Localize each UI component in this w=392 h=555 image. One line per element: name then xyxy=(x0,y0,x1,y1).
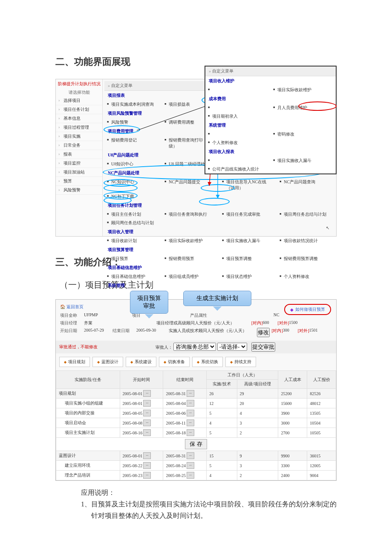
float-menu-item[interactable] xyxy=(205,130,271,139)
date-picker-button[interactable]: ... xyxy=(187,472,194,479)
float-menu-item[interactable] xyxy=(205,104,271,112)
phase-tab-label: 切换准备 xyxy=(168,359,185,365)
sidebar-item[interactable]: 预算 xyxy=(56,177,102,186)
modify-button[interactable]: 修改 xyxy=(257,328,270,337)
submit-audit-button[interactable]: 提交审批 xyxy=(251,342,275,352)
menu-item[interactable]: 项目任务完成审批 xyxy=(219,210,277,219)
sidebar-item[interactable]: 风险预警 xyxy=(56,186,102,195)
menu-item[interactable]: NC知识中心 xyxy=(104,178,162,192)
date-picker-button[interactable]: ... xyxy=(187,400,194,407)
float-menu-item[interactable]: 个人资料修改 xyxy=(205,139,271,147)
value: 1500 xyxy=(289,320,297,326)
value: NC xyxy=(274,312,280,318)
float-menu-item[interactable] xyxy=(205,86,271,94)
audit-person-select[interactable]: -请选择- xyxy=(217,343,247,351)
float-menu-item[interactable]: 密码修改 xyxy=(271,130,336,139)
phase-tab[interactable]: ◆系统建设 xyxy=(126,357,156,367)
menu-item[interactable]: 项目收款情况统计 xyxy=(277,237,334,245)
menu-item[interactable]: 个人资料修改 xyxy=(277,272,334,281)
menu-item[interactable]: 项目预算调整 xyxy=(219,254,277,263)
menu-item[interactable]: 顾问周任务总结与计划 xyxy=(104,219,162,227)
sidebar-item[interactable]: 报表 xyxy=(56,150,102,159)
menu-item[interactable]: 项目任务查询和执行 xyxy=(162,210,219,219)
menu-item[interactable]: NC产品问题提交 xyxy=(162,178,219,192)
phase-tab-label: 系统建设 xyxy=(135,359,152,365)
phase-tab[interactable]: ◆系统切换 xyxy=(192,357,223,367)
date-picker-button[interactable]: ... xyxy=(143,419,151,426)
date-value: 2005-08-22 xyxy=(123,463,143,468)
audit-dept-select[interactable]: 咨询服务总部 xyxy=(173,343,216,351)
date-value: 2005-08-06 xyxy=(166,411,186,416)
table-cell: 2 xyxy=(237,428,278,438)
float-menu-item[interactable] xyxy=(205,156,271,165)
sidebar-item[interactable]: 项目任务计划 xyxy=(56,105,102,114)
table-cell: 5 xyxy=(207,461,237,471)
float-menu-item[interactable]: 公司产品线实施收入统计 xyxy=(205,165,271,173)
table-cell: 48012 xyxy=(307,399,336,408)
table-cell: 9900 xyxy=(278,451,307,461)
menu-item[interactable]: 报销费用预算 xyxy=(162,254,219,263)
col-header: 结束时间 xyxy=(163,371,207,389)
save-button[interactable]: 保 存 xyxy=(185,439,207,449)
sidebar-item[interactable]: 项目加油站 xyxy=(56,168,102,177)
float-menu-item[interactable]: 项目实际收款维护 xyxy=(271,86,336,94)
col-subheader: 实施/技术 xyxy=(207,380,237,389)
date-picker-button[interactable]: ... xyxy=(143,472,151,479)
menu-item[interactable]: 项目状态维护 xyxy=(219,272,277,281)
menu-item[interactable]: 项目预算 xyxy=(104,254,162,263)
group-title: 系统管理 xyxy=(104,281,334,290)
menu-item[interactable]: U8知识中心 xyxy=(104,160,162,168)
table-cell: 15600 xyxy=(278,399,307,408)
float-menu-item[interactable]: 月人员费用维护 xyxy=(271,104,336,112)
menu-item[interactable]: 项目收款计划 xyxy=(104,237,162,245)
table-cell: 25200 xyxy=(278,389,307,399)
sidebar-item[interactable]: 基本信息 xyxy=(56,114,102,123)
menu-item[interactable]: 风险预警 xyxy=(104,118,162,127)
menu-item[interactable]: 项目周任务总结与计划 xyxy=(277,210,334,219)
table-cell: 9004 xyxy=(307,471,336,480)
date-picker-button[interactable]: ... xyxy=(187,452,194,459)
date-picker-button[interactable]: ... xyxy=(143,462,151,469)
date-picker-button[interactable]: ... xyxy=(143,410,151,416)
date-picker-button[interactable]: ... xyxy=(187,462,194,469)
menu-item[interactable]: 项目实施成本利润查询 xyxy=(104,100,162,109)
sidebar-item[interactable]: 项目监控 xyxy=(56,159,102,168)
date-picker-button[interactable]: ... xyxy=(187,390,194,397)
home-link[interactable]: 🏠 返回首页 xyxy=(60,302,84,312)
phase-tab-label: 持续支持 xyxy=(234,359,251,365)
menu-item[interactable]: 项目信息导入NC在线（试用） xyxy=(219,178,277,192)
float-menu-item[interactable]: 项目期初录入 xyxy=(205,112,271,121)
date-picker-button[interactable]: ... xyxy=(187,429,194,436)
phase-tab[interactable]: ◆项目规划 xyxy=(59,357,90,367)
sidebar-item[interactable]: 项目实施 xyxy=(56,132,102,141)
date-picker-button[interactable]: ... xyxy=(143,452,151,459)
menu-item[interactable]: 项目基础信息维护 xyxy=(104,272,162,281)
sidebar-item[interactable]: 项目过程管理 xyxy=(56,123,102,132)
table-cell: 9 xyxy=(237,451,278,461)
menu-item[interactable]: 报销费用登记 xyxy=(104,136,162,150)
date-picker-button[interactable]: ... xyxy=(187,419,194,426)
table-cell: 12005 xyxy=(307,461,336,471)
table-cell: 3 xyxy=(237,418,278,428)
menu-item[interactable]: 项目组成员维护 xyxy=(162,272,219,281)
phase-tab[interactable]: ◆切换准备 xyxy=(159,357,190,367)
phase-tab[interactable]: ◆持续支持 xyxy=(225,357,256,367)
float-menu-item[interactable]: 项目实施收入漏斗 xyxy=(271,156,336,165)
menu-item[interactable]: 项目实施收入漏斗 xyxy=(219,237,277,245)
date-picker-button[interactable]: ... xyxy=(143,390,151,397)
phase-tab[interactable]: ◆蓝图设计 xyxy=(92,357,123,367)
label-internal: [对内] xyxy=(251,320,263,326)
table-cell: 10505 xyxy=(307,428,336,438)
sidebar-item[interactable]: 选择项目 xyxy=(56,96,102,105)
float-group-title: 项目收入报表 xyxy=(205,147,336,156)
menu-item[interactable]: NC产品问题查询 xyxy=(277,178,334,192)
menu-item[interactable]: 项目主任务计划 xyxy=(104,210,162,219)
menu-item[interactable]: 项目实际收款维护 xyxy=(162,237,219,245)
menu-item[interactable]: 报销费用预算调整 xyxy=(277,254,334,263)
date-picker-button[interactable]: ... xyxy=(143,429,151,436)
date-picker-button[interactable]: ... xyxy=(143,400,151,407)
help-link[interactable]: ◆ 如何做项目预算 xyxy=(284,304,331,315)
sidebar-item[interactable]: 日常业务 xyxy=(56,141,102,150)
date-picker-button[interactable]: ... xyxy=(187,410,194,416)
menu-item[interactable]: NC补丁下载 xyxy=(104,192,162,201)
